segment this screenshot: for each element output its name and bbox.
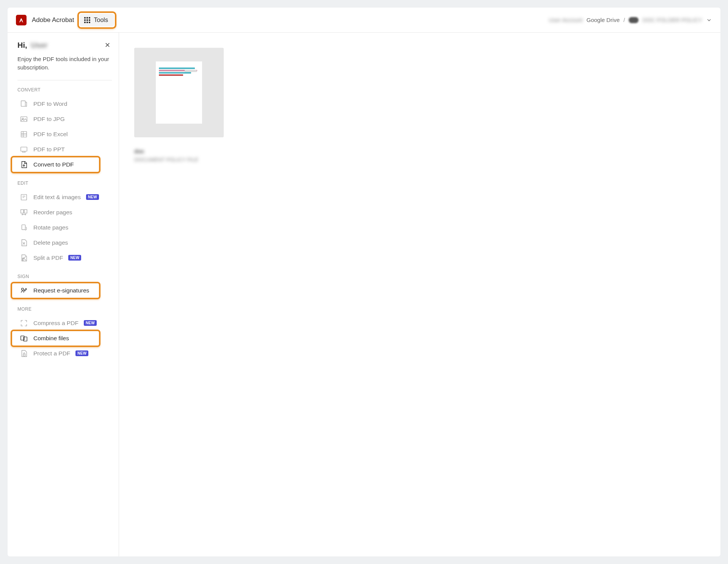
tool-combine-files[interactable]: Combine files — [17, 331, 112, 345]
tool-pdf-to-word[interactable]: PDF to Word — [17, 97, 112, 111]
protect-pdf-icon — [20, 349, 28, 358]
tool-label: Delete pages — [33, 239, 68, 246]
new-badge: NEW — [84, 320, 97, 326]
chevron-down-icon[interactable] — [706, 17, 712, 23]
tool-label: Compress a PDF — [33, 320, 78, 327]
header-bar: Adobe Acrobat Tools User Account Google … — [8, 8, 720, 33]
greeting: Hi, User — [17, 41, 48, 50]
convert-tool-list: PDF to Word PDF to JPG PDF to Excel PDF … — [17, 97, 112, 171]
new-badge: NEW — [86, 194, 99, 200]
svg-rect-4 — [21, 147, 27, 151]
app-window: Adobe Acrobat Tools User Account Google … — [8, 8, 720, 556]
tools-sidebar: Hi, User ✕ Enjoy the PDF tools included … — [8, 33, 119, 556]
split-pdf-icon — [20, 254, 28, 262]
section-label-edit: EDIT — [17, 181, 112, 186]
rotate-pages-icon — [20, 223, 28, 232]
tool-convert-to-pdf[interactable]: Convert to PDF — [17, 158, 112, 171]
svg-rect-3 — [21, 131, 27, 137]
tool-pdf-to-jpg[interactable]: PDF to JPG — [17, 112, 112, 126]
svg-point-9 — [22, 259, 24, 261]
tool-pdf-to-ppt[interactable]: PDF to PPT — [17, 143, 112, 156]
svg-rect-0 — [21, 101, 25, 106]
greeting-prefix: Hi, — [17, 41, 27, 49]
tool-pdf-to-excel[interactable]: PDF to Excel — [17, 127, 112, 141]
breadcrumb-badge — [629, 17, 639, 23]
svg-rect-5 — [21, 194, 27, 200]
tool-compress-pdf[interactable]: Compress a PDF NEW — [17, 316, 112, 330]
edit-tool-list: Edit text & images NEW Reorder pages Rot… — [17, 190, 112, 265]
tool-label: Split a PDF — [33, 255, 63, 261]
tool-label: Reorder pages — [33, 209, 72, 216]
svg-rect-8 — [22, 225, 25, 229]
pdf-to-ppt-icon — [20, 145, 28, 154]
tool-label: Edit text & images — [33, 194, 81, 201]
thumbnail-caption-line1: doc — [134, 148, 705, 154]
document-thumbnail[interactable] — [134, 48, 224, 137]
pdf-to-jpg-icon — [20, 115, 28, 123]
tool-label: Combine files — [33, 335, 69, 342]
convert-to-pdf-icon — [20, 160, 28, 169]
tool-label: Protect a PDF — [33, 350, 70, 357]
breadcrumb: User Account Google Drive / DOC FOLDER P… — [549, 17, 712, 23]
tool-split-pdf[interactable]: Split a PDF NEW — [17, 251, 112, 265]
tool-label: Request e-signatures — [33, 287, 89, 294]
breadcrumb-separator: / — [623, 17, 625, 23]
signature-icon — [20, 286, 28, 295]
new-badge: NEW — [68, 255, 81, 261]
compress-icon — [20, 319, 28, 327]
tool-delete-pages[interactable]: Delete pages — [17, 236, 112, 250]
new-badge: NEW — [75, 350, 88, 356]
edit-text-icon — [20, 193, 28, 201]
delete-pages-icon — [20, 239, 28, 247]
tool-label: PDF to PPT — [33, 146, 65, 153]
greeting-subtext: Enjoy the PDF tools included in your sub… — [17, 55, 112, 72]
svg-rect-6 — [21, 209, 24, 213]
tool-reorder-pages[interactable]: Reorder pages — [17, 206, 112, 219]
svg-rect-7 — [24, 209, 27, 213]
tool-request-esignatures[interactable]: Request e-signatures — [17, 284, 112, 297]
divider — [17, 80, 112, 80]
section-label-more: MORE — [17, 306, 112, 312]
thumbnail-caption-line2: DOCUMENT POLICY FILE — [134, 157, 705, 163]
section-label-sign: SIGN — [17, 274, 112, 279]
pdf-to-excel-icon — [20, 130, 28, 138]
app-title: Adobe Acrobat — [32, 16, 74, 24]
acrobat-logo-icon — [16, 15, 27, 25]
tool-label: PDF to Word — [33, 101, 67, 107]
sign-tool-list: Request e-signatures — [17, 284, 112, 297]
svg-rect-14 — [23, 354, 25, 356]
pdf-to-word-icon — [20, 100, 28, 108]
breadcrumb-owner: User Account — [549, 17, 583, 23]
tool-edit-text-images[interactable]: Edit text & images NEW — [17, 190, 112, 204]
tool-label: Convert to PDF — [33, 161, 74, 168]
svg-point-11 — [22, 288, 24, 290]
tool-label: PDF to JPG — [33, 116, 65, 123]
combine-files-icon — [20, 334, 28, 342]
reorder-pages-icon — [20, 208, 28, 217]
page-preview — [156, 61, 202, 124]
main-content: doc DOCUMENT POLICY FILE — [119, 33, 720, 556]
breadcrumb-folder: DOC FOLDER POLICY — [642, 17, 702, 23]
tools-button-label: Tools — [94, 17, 108, 24]
thumbnail-caption: doc DOCUMENT POLICY FILE — [134, 148, 705, 163]
tools-button[interactable]: Tools — [80, 14, 114, 27]
apps-grid-icon — [84, 17, 90, 23]
tool-label: PDF to Excel — [33, 131, 67, 138]
close-sidebar-button[interactable]: ✕ — [103, 41, 112, 49]
tool-label: Rotate pages — [33, 224, 68, 231]
tool-rotate-pages[interactable]: Rotate pages — [17, 221, 112, 234]
more-tool-list: Compress a PDF NEW Combine files Protect… — [17, 316, 112, 360]
greeting-name: User — [31, 41, 47, 49]
tool-protect-pdf[interactable]: Protect a PDF NEW — [17, 347, 112, 360]
breadcrumb-drive[interactable]: Google Drive — [587, 17, 620, 23]
section-label-convert: CONVERT — [17, 87, 112, 93]
